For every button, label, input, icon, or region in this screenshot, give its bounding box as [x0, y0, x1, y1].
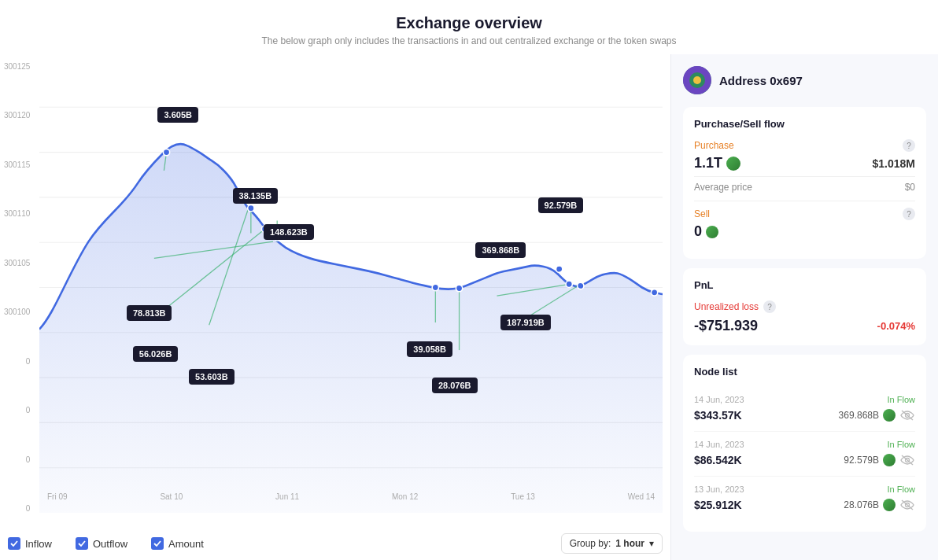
- node-list-section: Node list 14 Jun, 2023 In Flow $343.57K …: [683, 355, 926, 532]
- group-by-select[interactable]: Group by: 1 hour ▾: [561, 533, 663, 554]
- chart-tooltip-10: 187.919B: [500, 315, 551, 330]
- group-by-value: 1 hour: [615, 538, 644, 549]
- chart-container: 300125 300120 300115 300110 300105 30010…: [0, 54, 670, 560]
- chart-tooltip-5: 56.026B: [133, 346, 179, 362]
- chart-tooltip-9: 369.868B: [475, 242, 526, 258]
- legend-outflow[interactable]: Outflow: [76, 537, 127, 550]
- token-icon-2: [883, 454, 896, 466]
- avg-price-label: Average price: [694, 182, 752, 193]
- inflow-label: Inflow: [25, 538, 52, 550]
- x-axis: Fri 09 Sat 10 Jun 11 Mon 12 Tue 13 Wed 1…: [39, 492, 663, 501]
- svg-point-22: [248, 204, 254, 211]
- hide-icon-2[interactable]: [899, 452, 915, 468]
- chart-tooltip-8: 28.076B: [432, 378, 478, 393]
- sell-token-icon: [706, 226, 718, 238]
- pnl-value: -$751.939: [694, 318, 758, 334]
- svg-line-35: [902, 411, 913, 420]
- right-panel: Address 0x697 Purchase/Sell flow Purchas…: [670, 54, 938, 560]
- svg-point-25: [432, 284, 438, 290]
- node-token-1: 369.868B: [839, 410, 879, 421]
- avatar: [683, 66, 711, 94]
- hide-icon-3[interactable]: [899, 497, 915, 513]
- chart-legend: Inflow Outflow Amount Group by: 1 ho: [0, 527, 670, 560]
- node-item-3: 13 Jun, 2023 In Flow $25.912K 28.076B: [694, 477, 915, 521]
- sell-row: Sell ? 0: [694, 208, 915, 240]
- purchase-info-icon[interactable]: ?: [903, 139, 915, 152]
- node-flow-3: In Flow: [888, 484, 915, 494]
- purchase-usd: $1.018M: [873, 157, 915, 170]
- chart-tooltip-4: 78.813B: [127, 305, 172, 321]
- amount-checkbox[interactable]: [151, 537, 164, 550]
- chart-tooltip-3: 148.623B: [264, 224, 314, 240]
- chart-area: 300125 300120 300115 300110 300105 30010…: [39, 62, 663, 513]
- node-item-1: 14 Jun, 2023 In Flow $343.57K 369.868B: [694, 387, 915, 432]
- sell-amount: 0: [694, 223, 718, 240]
- sell-label: Sell: [694, 208, 710, 219]
- chart-tooltip-11: 92.579B: [538, 197, 584, 213]
- node-date-3: 13 Jun, 2023: [694, 484, 744, 494]
- svg-line-39: [902, 500, 913, 510]
- svg-point-30: [651, 289, 657, 296]
- avg-price-value: $0: [905, 182, 915, 193]
- chart-tooltip-1: 3.605B: [157, 107, 198, 123]
- page-title: Exchange overview: [0, 14, 938, 32]
- svg-point-26: [456, 285, 462, 291]
- pnl-title: PnL: [694, 279, 915, 291]
- node-token-2: 92.579B: [844, 455, 879, 466]
- token-icon: [726, 157, 740, 171]
- sell-info-icon[interactable]: ?: [903, 208, 915, 220]
- svg-point-21: [163, 149, 169, 155]
- purchase-label: Purchase: [694, 140, 734, 151]
- pnl-info-icon[interactable]: ?: [763, 300, 776, 313]
- token-icon-3: [883, 499, 896, 511]
- node-item-2: 14 Jun, 2023 In Flow $86.542K 92.579B: [694, 432, 915, 477]
- node-flow-2: In Flow: [888, 440, 915, 449]
- node-date-1: 14 Jun, 2023: [694, 395, 744, 404]
- node-token-row-3: 28.076B: [844, 497, 915, 513]
- chart-tooltip-6: 53.603B: [189, 369, 234, 385]
- address-header: Address 0x697: [683, 66, 926, 94]
- chart-tooltip-7: 39.058B: [407, 341, 452, 357]
- outflow-label: Outflow: [93, 538, 127, 550]
- group-by-label: Group by:: [570, 538, 611, 549]
- purchase-sell-section: Purchase/Sell flow Purchase ? 1.1T $1.01…: [683, 107, 926, 259]
- node-token-row-1: 369.868B: [839, 407, 915, 423]
- check-icon: [10, 540, 18, 547]
- address-title: Address 0x697: [719, 74, 803, 87]
- svg-point-29: [556, 266, 563, 272]
- node-flow-1: In Flow: [888, 395, 915, 404]
- pnl-section: PnL Unrealized loss ? -$751.939 -0.074%: [683, 268, 926, 345]
- purchase-amount: 1.1T: [694, 155, 740, 171]
- y-axis: 300125 300120 300115 300110 300105 30010…: [4, 62, 30, 513]
- legend-inflow[interactable]: Inflow: [8, 537, 52, 550]
- check-icon-3: [153, 540, 161, 547]
- svg-point-27: [566, 281, 572, 287]
- hide-icon-1[interactable]: [899, 407, 915, 423]
- chart-svg: [39, 62, 663, 513]
- chart-tooltip-2: 38.135B: [233, 188, 279, 204]
- svg-point-33: [693, 76, 701, 84]
- amount-label: Amount: [168, 538, 204, 550]
- node-token-row-2: 92.579B: [844, 452, 915, 468]
- chevron-down-icon: ▾: [649, 538, 654, 549]
- unrealized-loss-label: Unrealized loss: [694, 301, 759, 312]
- inflow-checkbox[interactable]: [8, 537, 20, 550]
- node-usd-1: $343.57K: [694, 409, 742, 422]
- node-date-2: 14 Jun, 2023: [694, 440, 744, 449]
- svg-point-28: [578, 282, 584, 289]
- outflow-checkbox[interactable]: [76, 537, 88, 550]
- svg-line-37: [902, 455, 913, 465]
- check-icon-2: [78, 540, 86, 547]
- legend-amount[interactable]: Amount: [151, 537, 204, 550]
- node-usd-3: $25.912K: [694, 499, 742, 511]
- page-header: Exchange overview The below graph only i…: [0, 0, 938, 54]
- purchase-row: Purchase ? 1.1T $1.018M Average price $0: [694, 139, 915, 193]
- pnl-percent: -0.074%: [877, 320, 915, 332]
- token-icon-1: [883, 409, 896, 422]
- node-token-3: 28.076B: [844, 499, 879, 510]
- page-subtitle: The below graph only includes the transa…: [0, 35, 938, 46]
- purchase-sell-title: Purchase/Sell flow: [694, 118, 915, 130]
- node-usd-2: $86.542K: [694, 454, 742, 466]
- divider: [694, 201, 915, 201]
- node-list-title: Node list: [694, 366, 915, 378]
